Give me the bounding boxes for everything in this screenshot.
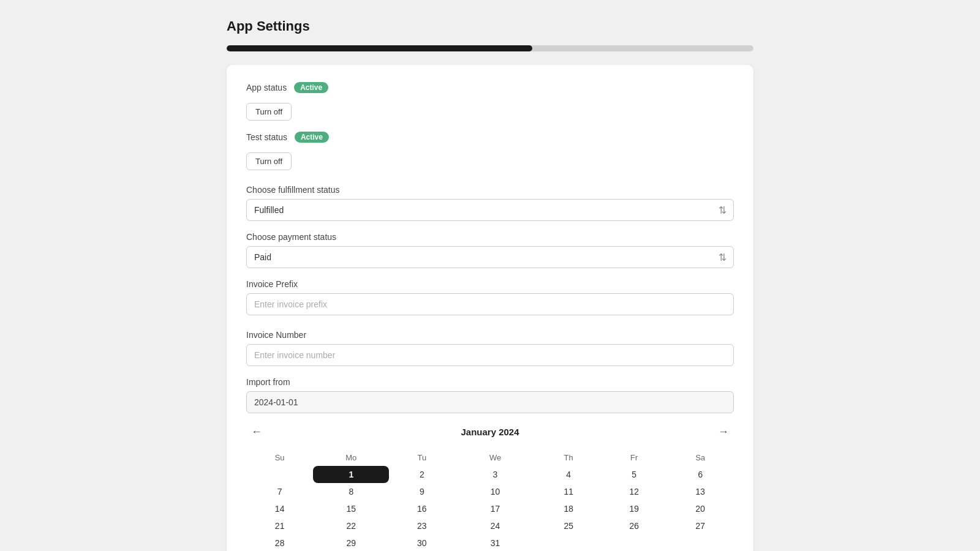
calendar-day[interactable]: 10 <box>454 483 535 500</box>
fulfillment-select[interactable]: Fulfilled Unfulfilled Partial <box>246 199 734 221</box>
fulfillment-select-wrapper: Fulfilled Unfulfilled Partial ⇅ <box>246 199 734 221</box>
calendar-day[interactable]: 21 <box>246 517 313 534</box>
calendar-day[interactable]: 7 <box>246 483 313 500</box>
calendar-empty-day <box>601 534 667 551</box>
dow-fr: Fr <box>601 449 667 466</box>
calendar-day[interactable]: 22 <box>313 517 389 534</box>
payment-select[interactable]: Paid Pending Refunded <box>246 246 734 268</box>
invoice-prefix-input[interactable] <box>246 293 734 315</box>
progress-bar-container <box>227 45 753 51</box>
app-status-label: App status <box>246 83 287 92</box>
calendar-day[interactable]: 19 <box>601 500 667 517</box>
calendar-empty-day <box>667 534 734 551</box>
calendar-day[interactable]: 25 <box>536 517 601 534</box>
test-status-row: Test status Active <box>246 132 734 143</box>
payment-label: Choose payment status <box>246 232 734 242</box>
calendar-day[interactable]: 4 <box>536 466 601 483</box>
calendar-day[interactable]: 13 <box>667 483 734 500</box>
calendar-grid: Su Mo Tu We Th Fr Sa 1234567891011121314… <box>246 449 734 551</box>
calendar-day[interactable]: 5 <box>601 466 667 483</box>
calendar: ← January 2024 → Su Mo Tu We Th Fr Sa <box>246 423 734 551</box>
dow-su: Su <box>246 449 313 466</box>
calendar-day[interactable]: 8 <box>313 483 389 500</box>
calendar-day[interactable]: 15 <box>313 500 389 517</box>
calendar-day[interactable]: 18 <box>536 500 601 517</box>
calendar-day[interactable]: 17 <box>454 500 535 517</box>
fulfillment-label: Choose fulfillment status <box>246 185 734 195</box>
app-status-row: App status Active <box>246 82 734 93</box>
calendar-day[interactable]: 2 <box>389 466 454 483</box>
calendar-day[interactable]: 20 <box>667 500 734 517</box>
calendar-day[interactable]: 27 <box>667 517 734 534</box>
import-from-label: Import from <box>246 377 734 387</box>
payment-select-wrapper: Paid Pending Refunded ⇅ <box>246 246 734 268</box>
invoice-prefix-label: Invoice Prefix <box>246 279 734 289</box>
calendar-day[interactable]: 31 <box>454 534 535 551</box>
test-turn-off-button[interactable]: Turn off <box>246 152 292 170</box>
import-from-date[interactable]: 2024-01-01 <box>246 391 734 413</box>
progress-bar-fill <box>227 45 532 51</box>
settings-card: App status Active Turn off Test status A… <box>227 65 753 551</box>
calendar-day[interactable]: 30 <box>389 534 454 551</box>
dow-sa: Sa <box>667 449 734 466</box>
dow-th: Th <box>536 449 601 466</box>
calendar-day[interactable]: 6 <box>667 466 734 483</box>
test-status-label: Test status <box>246 132 287 142</box>
app-turn-off-button[interactable]: Turn off <box>246 103 292 121</box>
calendar-day[interactable]: 16 <box>389 500 454 517</box>
dow-tu: Tu <box>389 449 454 466</box>
calendar-day[interactable]: 11 <box>536 483 601 500</box>
calendar-prev-button[interactable]: ← <box>246 423 267 441</box>
calendar-day[interactable]: 23 <box>389 517 454 534</box>
calendar-day[interactable]: 29 <box>313 534 389 551</box>
invoice-number-input[interactable] <box>246 344 734 366</box>
calendar-header: ← January 2024 → <box>246 423 734 441</box>
invoice-number-label: Invoice Number <box>246 330 734 340</box>
calendar-empty-day <box>246 466 313 483</box>
calendar-empty-day <box>536 534 601 551</box>
calendar-day[interactable]: 3 <box>454 466 535 483</box>
calendar-day[interactable]: 1 <box>313 466 389 483</box>
calendar-next-button[interactable]: → <box>713 423 734 441</box>
calendar-day[interactable]: 12 <box>601 483 667 500</box>
test-status-badge: Active <box>295 132 329 143</box>
calendar-day[interactable]: 28 <box>246 534 313 551</box>
app-status-badge: Active <box>294 82 328 93</box>
dow-we: We <box>454 449 535 466</box>
calendar-day[interactable]: 26 <box>601 517 667 534</box>
calendar-month-title: January 2024 <box>461 427 519 437</box>
dow-mo: Mo <box>313 449 389 466</box>
page-title: App Settings <box>227 18 753 34</box>
calendar-day[interactable]: 14 <box>246 500 313 517</box>
calendar-day[interactable]: 9 <box>389 483 454 500</box>
calendar-day[interactable]: 24 <box>454 517 535 534</box>
